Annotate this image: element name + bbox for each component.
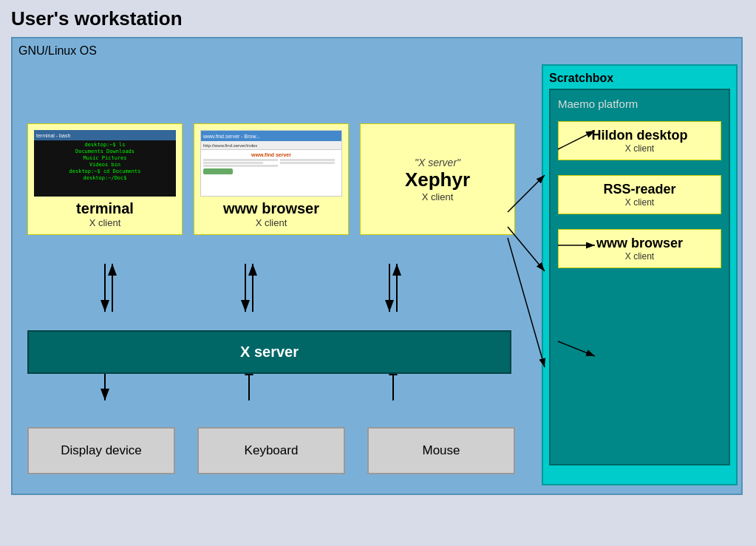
xephyr-title: Xephyr [367,168,508,191]
scratchbox-box: Scratchbox Maemo platform [542,64,738,485]
keyboard-label: Keyboard [245,443,299,457]
xserver-box: X server [27,330,511,374]
rss-sub: X client [568,197,712,208]
browser-screenshot: www.find.server - Brow... http://www.fin… [200,130,342,197]
maemo-label: Maemo platform [558,98,721,110]
browser-title: www browser [200,200,342,217]
xephyr-sub: X client [367,191,508,202]
scratchbox-client-browser: www browser X client [558,229,721,268]
peripheral-display: Display device [27,427,175,474]
hildon-sub: X client [568,143,712,154]
xephyr-subtitle: "X server" [367,157,508,168]
terminal-screenshot: terminal - bash desktop:~$ ls Documents … [34,130,176,197]
mouse-label: Mouse [422,443,460,457]
peripherals-row: Display device Keyboard Mouse [27,427,515,474]
browser-title-bar: www.find.server - Brow... [201,131,341,141]
browser-nav: http://www.find.server/index [201,141,341,150]
scratchbox-browser-sub: X client [568,251,712,262]
gnu-linux-box: GNU/Linux OS [11,37,743,495]
browser-content: www.find server [201,150,341,178]
client-box-terminal: terminal - bash desktop:~$ ls Documents … [27,123,183,235]
maemo-box: Maemo platform [549,89,730,465]
scratchbox-browser-title: www browser [568,236,712,251]
peripheral-keyboard: Keyboard [197,427,345,474]
outer-container: User's workstation GNU/Linux OS [0,0,756,546]
main-area: terminal - bash desktop:~$ ls Documents … [20,64,537,478]
xserver-label: X server [240,344,299,360]
scratchbox-label: Scratchbox [549,72,730,85]
page-title: User's workstation [7,7,749,30]
terminal-content: desktop:~$ ls Documents Downloads Music … [34,140,176,184]
peripheral-mouse: Mouse [367,427,515,474]
client-box-xephyr: "X server" Xephyr X client [360,123,515,235]
rss-title: RSS-reader [568,182,712,197]
display-label: Display device [61,443,142,457]
scratchbox-client-hildon: Hildon desktop X client [558,121,721,160]
terminal-sub: X client [34,217,176,228]
client-box-browser: www.find.server - Brow... http://www.fin… [194,123,349,235]
terminal-title-bar: terminal - bash [34,130,176,140]
svg-line-14 [558,341,595,356]
scratchbox-client-rss: RSS-reader X client [558,175,721,214]
gnu-linux-label: GNU/Linux OS [18,44,735,58]
browser-sub: X client [200,217,342,228]
terminal-title: terminal [34,200,176,217]
clients-row: terminal - bash desktop:~$ ls Documents … [27,123,515,235]
hildon-title: Hildon desktop [568,128,712,143]
